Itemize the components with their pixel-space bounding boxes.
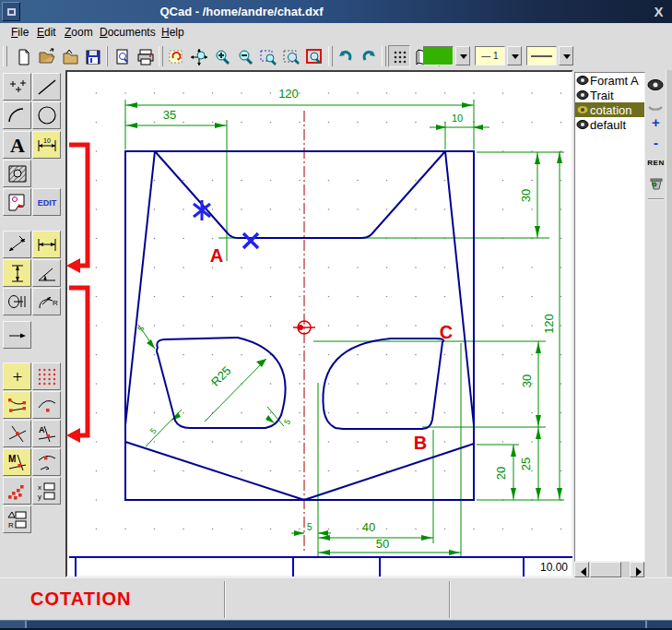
layer-name[interactable]: default <box>590 118 626 132</box>
layer-item-format[interactable]: Foramt A <box>575 73 644 88</box>
hide-all-layers-icon[interactable] <box>646 98 666 113</box>
layer-name[interactable]: Trait <box>590 89 614 102</box>
grid-dots <box>96 92 562 529</box>
hatch-tool-button[interactable] <box>3 160 31 187</box>
snap-middle-button[interactable]: M <box>3 448 31 476</box>
remove-layer-button[interactable]: - <box>646 135 666 150</box>
dim-diameter-button[interactable] <box>3 288 31 315</box>
left-cheek-line <box>125 151 155 425</box>
layer-list-hscrollbar[interactable] <box>574 562 645 577</box>
redo-button[interactable] <box>357 45 379 67</box>
snap-marker-x <box>243 233 258 248</box>
toolbar-handle[interactable] <box>159 46 163 66</box>
menu-help[interactable]: Help <box>161 26 184 39</box>
import-button[interactable] <box>58 45 80 67</box>
dim-chin-right: 25 <box>519 458 533 470</box>
dim-width-total: 120 <box>278 87 299 101</box>
dim-nose-offset: 5 <box>307 522 312 532</box>
toolbar-handle[interactable] <box>328 46 333 66</box>
print-button[interactable] <box>134 45 156 67</box>
menu-file[interactable]: File <box>11 26 29 39</box>
grid-toggle-button[interactable] <box>388 45 410 67</box>
layer-visible-icon[interactable] <box>576 104 589 115</box>
leader-tool-button[interactable] <box>3 321 31 349</box>
arc-tool-button[interactable] <box>3 101 31 129</box>
save-button[interactable] <box>81 45 103 67</box>
snap-points-button[interactable] <box>3 477 31 505</box>
layer-item-cotation[interactable]: cotation <box>575 102 644 117</box>
add-layer-button[interactable]: + <box>646 114 666 130</box>
dimension-lines <box>125 105 560 553</box>
undo-button[interactable] <box>334 45 356 67</box>
line-tool-button[interactable] <box>32 73 61 101</box>
snap-middle-glyph: M <box>8 454 16 464</box>
snap-polar-button[interactable]: R <box>3 505 31 533</box>
annotation-arrows <box>55 129 101 447</box>
chin-left <box>125 442 304 500</box>
scroll-thumb[interactable] <box>590 562 621 577</box>
text-tool-button[interactable]: A <box>3 131 31 159</box>
pen-style-combo[interactable] <box>526 46 574 65</box>
delete-layer-icon[interactable] <box>646 173 666 192</box>
zoom-in-button[interactable] <box>210 45 232 67</box>
dim-eye-radius: R25 <box>208 363 233 388</box>
zoom-auto-button[interactable] <box>279 45 301 67</box>
layer-name[interactable]: cotation <box>590 103 632 117</box>
menu-edit[interactable]: Edit <box>37 26 56 39</box>
annotation-arrow-1 <box>69 145 88 266</box>
system-menu-icon <box>7 8 16 16</box>
scroll-right-button[interactable] <box>630 562 644 577</box>
dim-ear-depth: 30 <box>519 189 533 202</box>
points-tool-button[interactable] <box>3 73 31 101</box>
pen-color-dropdown[interactable] <box>455 46 470 65</box>
measure-tool-button[interactable] <box>3 231 31 258</box>
zoom-pan-button[interactable] <box>187 45 209 67</box>
menu-documents[interactable]: Documents <box>100 26 156 39</box>
pen-color-combo[interactable] <box>423 46 471 65</box>
image-tool-button[interactable] <box>3 188 31 216</box>
layer-name[interactable]: Foramt A <box>590 74 639 88</box>
zoom-redraw-button[interactable] <box>164 45 186 67</box>
dim-tool-value: 10 <box>43 137 51 144</box>
pen-style-dropdown[interactable] <box>559 46 573 65</box>
show-all-layers-icon[interactable] <box>646 77 666 92</box>
new-file-button[interactable] <box>12 45 34 67</box>
rename-layer-button[interactable]: REN <box>646 159 666 167</box>
zoom-window-button[interactable] <box>256 45 278 67</box>
layer-visible-icon[interactable] <box>576 89 589 101</box>
snap-endpoint-button[interactable] <box>3 391 31 419</box>
pen-width-combo[interactable]: — 1 <box>475 46 523 65</box>
snap-intersection-button[interactable] <box>3 420 31 447</box>
close-button[interactable]: X <box>648 2 669 21</box>
pen-width-value: — 1 <box>475 46 505 65</box>
main-toolbar: — 1 <box>0 42 672 70</box>
circle-tool-button[interactable] <box>32 101 61 129</box>
pen-width-dropdown[interactable] <box>507 46 522 65</box>
layer-item-default[interactable]: default <box>575 117 644 132</box>
zoom-previous-button[interactable] <box>302 45 324 67</box>
snap-coordinate-button[interactable]: xy <box>32 477 61 505</box>
status-separator <box>449 581 451 618</box>
dim-eye-height: 30 <box>520 374 534 387</box>
layer-visible-icon[interactable] <box>576 119 589 130</box>
zoom-out-button[interactable] <box>233 45 255 67</box>
layer-item-trait[interactable]: Trait <box>575 88 644 102</box>
menu-zoom[interactable]: Zoom <box>65 26 93 39</box>
snap-distance-button[interactable] <box>32 448 61 476</box>
status-message: COTATION <box>30 588 131 610</box>
dim-vertical-button[interactable] <box>3 259 31 287</box>
print-preview-button[interactable] <box>111 45 133 67</box>
toolbar-handle[interactable] <box>3 46 7 66</box>
snap-free-button[interactable] <box>3 363 31 390</box>
pen-width-text: — 1 <box>481 51 498 61</box>
layer-toolbar: + - REN <box>646 70 666 577</box>
layer-visible-icon[interactable] <box>576 75 589 86</box>
scroll-left-button[interactable] <box>574 562 589 577</box>
toolbar-handle[interactable] <box>382 46 386 66</box>
open-file-button[interactable] <box>35 45 57 67</box>
svg-text:x: x <box>38 483 41 492</box>
dim-fillet-b: 5 <box>148 426 159 435</box>
system-menu-button[interactable] <box>2 2 20 21</box>
title-bar[interactable]: QCad - /home/andre/chat.dxf X <box>0 0 672 23</box>
dim-eye-span: 50 <box>376 537 389 551</box>
